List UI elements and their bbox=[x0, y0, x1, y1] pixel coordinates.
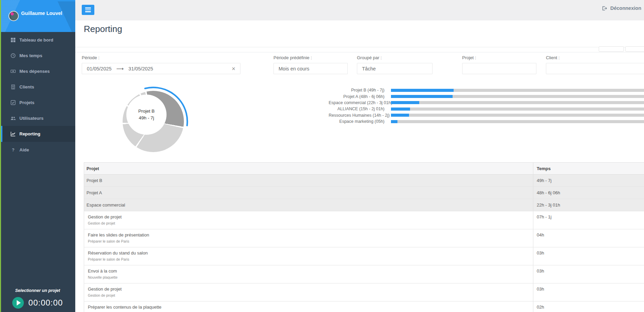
avatar bbox=[9, 11, 19, 21]
building-icon bbox=[11, 84, 16, 89]
sidebar-item[interactable]: Reporting bbox=[0, 126, 75, 142]
row-name: Gestion de projet bbox=[88, 286, 533, 292]
filter-client: Client : bbox=[546, 55, 644, 74]
timer-hint: Selectionner un projet bbox=[0, 288, 75, 293]
sidebar-item[interactable]: Projets bbox=[0, 95, 75, 110]
bar-track[interactable] bbox=[391, 101, 644, 104]
sidebar-item-label: Clients bbox=[19, 84, 34, 89]
filter-periode-predefinie: Période prédéfinie : Mois en cours bbox=[273, 55, 348, 74]
sidebar-item[interactable]: Tableau de bord bbox=[0, 32, 75, 48]
menu-toggle-button[interactable] bbox=[82, 5, 94, 15]
sidebar-item[interactable]: Clients bbox=[0, 79, 75, 95]
timer-value: 00:00:00 bbox=[28, 298, 63, 308]
bar-fill bbox=[391, 95, 453, 98]
clear-date-icon[interactable]: × bbox=[232, 66, 235, 72]
filter-periode: Période : 01/05/2025 ⟶ 31/05/2025 × bbox=[82, 55, 240, 74]
logout-button[interactable]: Déconnexion bbox=[602, 5, 641, 11]
bar-fill bbox=[391, 114, 409, 117]
bar-row: Ressources Humaines (14h - 2j) bbox=[329, 112, 644, 118]
play-button[interactable] bbox=[12, 297, 24, 309]
bar-label: Projet A (48h - 6j 06h) bbox=[329, 94, 384, 99]
table-row: Gestion de projet Gestion de projet 07h … bbox=[84, 211, 644, 229]
bar-fill bbox=[391, 120, 397, 123]
row-sublabel: Préparer le salon de Paris bbox=[88, 257, 533, 261]
filter-label: Projet : bbox=[462, 55, 536, 60]
date-to[interactable]: 31/05/2025 bbox=[128, 66, 153, 71]
project-filter-field[interactable] bbox=[467, 63, 531, 74]
row-time: 07h - 1j bbox=[533, 211, 644, 229]
bar-label: ALLIANCE (15h - 2j 01h) bbox=[329, 106, 384, 111]
client-filter-field[interactable] bbox=[551, 63, 640, 74]
row-time: 49h - 7j bbox=[533, 175, 644, 186]
filter-label: Groupé par : bbox=[357, 55, 433, 60]
sidebar-item-label: Mes dépenses bbox=[19, 69, 50, 74]
partial-toolbar-button[interactable] bbox=[625, 46, 644, 52]
app-root: Guillaume Louvel Tableau de bord Mes tem… bbox=[0, 0, 644, 312]
sidebar-item-label: Tableau de bord bbox=[19, 37, 53, 43]
row-name: Projet A bbox=[87, 190, 102, 195]
bar-track[interactable] bbox=[391, 89, 644, 92]
row-time: 02h bbox=[533, 301, 644, 312]
bar-row: Projet B (49h - 7j) bbox=[329, 87, 644, 93]
bar-track[interactable] bbox=[391, 120, 644, 123]
users-icon bbox=[11, 116, 16, 121]
bar-track[interactable] bbox=[391, 114, 644, 117]
row-name: Gestion de projet bbox=[88, 214, 533, 219]
row-sublabel: Gestion de projet bbox=[88, 293, 533, 297]
table-row: Réservation du stand du salon Préparer l… bbox=[84, 247, 644, 265]
daterange-input[interactable]: 01/05/2025 ⟶ 31/05/2025 × bbox=[82, 63, 240, 74]
arrow-right-icon: ⟶ bbox=[116, 66, 124, 72]
topbar: Déconnexion bbox=[75, 0, 644, 20]
bar-track[interactable] bbox=[391, 95, 644, 98]
left-edge-stripe bbox=[0, 0, 1, 312]
timer-zone: Selectionner un projet 00:00:00 bbox=[0, 288, 75, 312]
row-time: 03h bbox=[533, 247, 644, 265]
predefined-period-select[interactable]: Mois en cours bbox=[273, 63, 348, 74]
sidebar: Guillaume Louvel Tableau de bord Mes tem… bbox=[0, 0, 75, 312]
filter-groupe-par: Groupé par : Tâche bbox=[357, 55, 433, 74]
bar-row: Espace commercial (22h - 3j 01h) bbox=[329, 100, 644, 106]
predefined-period-value: Mois en cours bbox=[279, 66, 309, 71]
check-square-icon bbox=[11, 100, 16, 105]
client-filter-input[interactable] bbox=[546, 63, 644, 74]
group-by-value: Tâche bbox=[362, 66, 376, 71]
sidebar-item[interactable]: Mes temps bbox=[0, 48, 75, 63]
bar-row: Projet A (48h - 6j 06h) bbox=[329, 93, 644, 99]
row-name: Projet B bbox=[87, 178, 102, 183]
filter-projet: Projet : bbox=[462, 55, 536, 74]
sidebar-item[interactable]: Mes dépenses bbox=[0, 63, 75, 79]
row-name: Préparer les contenus de la plaquette bbox=[88, 305, 533, 310]
partial-toolbar-button[interactable] bbox=[599, 46, 624, 52]
user-profile[interactable]: Guillaume Louvel bbox=[0, 0, 75, 32]
sidebar-item-label: Mes temps bbox=[19, 53, 42, 58]
clock-icon bbox=[11, 53, 16, 58]
filter-label: Période : bbox=[82, 55, 240, 60]
donut-center-line1: Projet B bbox=[138, 108, 155, 115]
bar-track[interactable] bbox=[391, 108, 644, 111]
project-filter-input[interactable] bbox=[462, 63, 536, 74]
sign-out-icon bbox=[602, 6, 607, 11]
table-row: Projet B 49h - 7j bbox=[84, 175, 644, 187]
divider bbox=[75, 52, 644, 52]
sidebar-item-label: Reporting bbox=[19, 131, 40, 136]
divider bbox=[75, 47, 644, 47]
table-row: Préparer les contenus de la plaquette No… bbox=[84, 301, 644, 312]
sidebar-item[interactable]: ? Aide bbox=[0, 142, 75, 158]
money-icon bbox=[11, 69, 16, 74]
row-time: 22h - 3j 01h bbox=[533, 199, 644, 211]
bar-fill bbox=[391, 89, 454, 92]
table-row: Envoi à la com Nouvelle plaquette 03h bbox=[84, 265, 644, 283]
grid-icon bbox=[11, 37, 16, 43]
row-time: 04h bbox=[533, 229, 644, 247]
date-from[interactable]: 01/05/2025 bbox=[87, 66, 112, 71]
group-by-select[interactable]: Tâche bbox=[357, 63, 433, 74]
report-table: Projet Temps Projet B 49h - 7j Projet A … bbox=[84, 162, 644, 312]
svg-text:?: ? bbox=[12, 147, 15, 152]
sidebar-item[interactable]: Utilisateurs bbox=[0, 110, 75, 126]
donut-center-label: Projet B 49h - 7j bbox=[126, 95, 167, 135]
row-sublabel: Gestion de projet bbox=[88, 221, 533, 225]
donut-chart[interactable]: Projet B 49h - 7j bbox=[116, 84, 191, 159]
table-row: Projet A 48h - 6j 06h bbox=[84, 187, 644, 199]
row-time: 03h bbox=[533, 265, 644, 283]
page-title: Reporting bbox=[84, 24, 122, 34]
